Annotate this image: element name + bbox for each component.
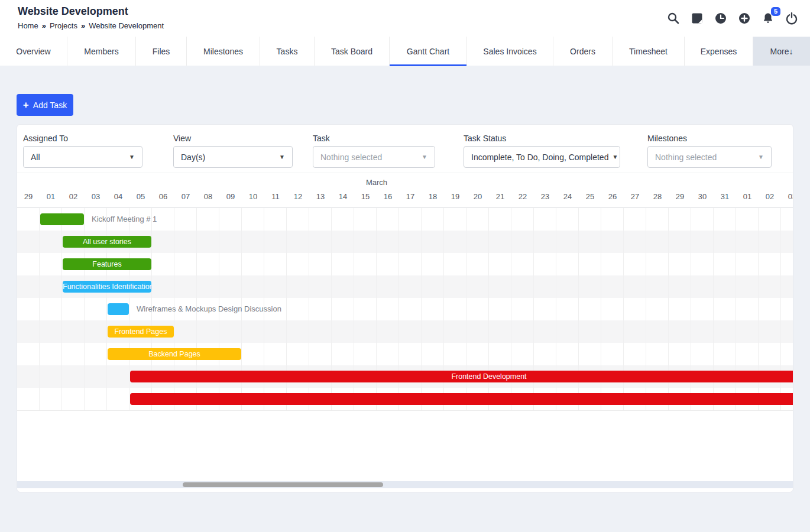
day-label: 25 (579, 190, 601, 208)
assigned-to-dropdown[interactable]: All▼ (23, 146, 142, 168)
bar-label: Kickoff Meeting # 1 (92, 208, 157, 231)
task-status-dropdown[interactable]: Incomplete, To Do, Doing, Completed▼ (464, 146, 620, 168)
add-circle-icon[interactable] (738, 12, 751, 25)
top-header: Website Development Home»Projects»Websit… (0, 0, 810, 37)
day-label: 30 (691, 190, 714, 208)
day-label: 26 (601, 190, 624, 208)
bell-icon[interactable]: 5 (762, 12, 775, 25)
scrollbar-thumb[interactable] (183, 482, 383, 487)
gantt-timeline-header: March 2901020304050607080910111213141516… (17, 173, 793, 208)
filter-label: Milestones (647, 134, 687, 143)
tab-overview[interactable]: Overview (0, 37, 67, 66)
power-icon[interactable] (785, 12, 798, 25)
day-label: 21 (489, 190, 511, 208)
day-label: 08 (197, 190, 219, 208)
gantt-row: Kickoff Meeting # 1 (17, 208, 793, 231)
gantt-row: Backend Pages (17, 343, 793, 365)
gantt-bar[interactable]: All user stories (63, 236, 151, 248)
caret-down-icon: ▼ (273, 154, 285, 160)
month-label: March (366, 178, 387, 187)
day-label: 03 (781, 190, 793, 208)
day-label: 19 (444, 190, 466, 208)
gantt-row: Functionalities Identification (17, 275, 793, 298)
view-dropdown[interactable]: Day(s)▼ (173, 146, 293, 168)
page-title: Website Development (18, 5, 128, 18)
caret-down-icon: ▼ (123, 154, 135, 160)
breadcrumb-current: Website Development (89, 21, 164, 30)
day-label: 24 (556, 190, 579, 208)
day-label: 01 (40, 190, 62, 208)
caret-down-icon: ▼ (608, 154, 618, 160)
gantt-row: All user stories (17, 231, 793, 253)
filter-label: View (173, 134, 191, 143)
breadcrumb: Home»Projects»Website Development (18, 21, 164, 30)
filter-label: Task (313, 134, 330, 143)
day-row: 2901020304050607080910111213141516171819… (17, 190, 793, 208)
day-label: 03 (85, 190, 107, 208)
breadcrumb-separator: » (42, 21, 46, 30)
tab-orders[interactable]: Orders (553, 37, 613, 66)
tab-more[interactable]: More↓ (753, 37, 810, 66)
day-label: 20 (466, 190, 489, 208)
milestones-dropdown[interactable]: Nothing selected▼ (647, 146, 772, 168)
gantt-bar[interactable] (108, 303, 129, 315)
day-label: 31 (714, 190, 736, 208)
day-label: 02 (62, 190, 85, 208)
chevron-down-icon: ↓ (789, 47, 793, 56)
day-label: 22 (511, 190, 534, 208)
gantt-card: Assigned To All▼ View Day(s)▼ Task Nothi… (17, 124, 793, 492)
gantt-row: Frontend Development (17, 365, 793, 388)
day-label: 06 (152, 190, 174, 208)
header-actions: 5 (667, 0, 798, 37)
gantt-bar[interactable] (40, 213, 84, 225)
day-label: 11 (264, 190, 287, 208)
add-task-button[interactable]: + Add Task (17, 94, 73, 116)
caret-down-icon: ▼ (416, 154, 427, 160)
caret-down-icon: ▼ (752, 154, 764, 160)
notes-icon[interactable] (691, 12, 704, 25)
day-label: 02 (759, 190, 781, 208)
tab-files[interactable]: Files (136, 37, 187, 66)
tab-milestones[interactable]: Milestones (187, 37, 260, 66)
gantt-bar[interactable]: Frontend Development (130, 371, 793, 382)
day-label: 13 (309, 190, 332, 208)
day-label: 10 (242, 190, 264, 208)
filter-label: Assigned To (23, 134, 68, 143)
search-icon[interactable] (667, 12, 680, 25)
gantt-bar[interactable]: Backend Pages (108, 348, 241, 360)
tab-sales-invoices[interactable]: Sales Invoices (467, 37, 553, 66)
gantt-row (17, 388, 793, 410)
day-label: 23 (534, 190, 556, 208)
day-label: 17 (399, 190, 422, 208)
gantt-row: Features (17, 253, 793, 275)
tab-timesheet[interactable]: Timesheet (613, 37, 685, 66)
tab-expenses[interactable]: Expenses (685, 37, 753, 66)
tab-tasks[interactable]: Tasks (260, 37, 315, 66)
day-label: 14 (332, 190, 354, 208)
day-label: 27 (624, 190, 646, 208)
gantt-bar[interactable]: Frontend Pages (108, 326, 174, 338)
day-label: 28 (646, 190, 669, 208)
month-row: March (17, 173, 793, 190)
bar-label: Wireframes & Mockups Design Discussion (137, 298, 281, 320)
gantt-bar[interactable]: Features (63, 258, 151, 270)
filters-row: Assigned To All▼ View Day(s)▼ Task Nothi… (17, 125, 793, 173)
notification-badge: 5 (771, 7, 780, 16)
tab-task-board[interactable]: Task Board (315, 37, 390, 66)
filter-label: Task Status (464, 134, 506, 143)
day-label: 07 (174, 190, 197, 208)
task-dropdown[interactable]: Nothing selected▼ (313, 146, 435, 168)
tab-gantt-chart[interactable]: Gantt Chart (390, 37, 467, 66)
breadcrumb-projects[interactable]: Projects (50, 21, 77, 30)
day-label: 16 (377, 190, 399, 208)
breadcrumb-home[interactable]: Home (18, 21, 38, 30)
day-label: 05 (129, 190, 152, 208)
tab-members[interactable]: Members (67, 37, 136, 66)
gantt-rows: Kickoff Meeting # 1All user storiesFeatu… (17, 208, 793, 411)
gantt-bar[interactable]: Functionalities Identification (63, 281, 151, 293)
clock-icon[interactable] (714, 12, 727, 25)
horizontal-scrollbar[interactable] (17, 481, 793, 488)
gantt-row: Frontend Pages (17, 320, 793, 343)
gantt-bar[interactable] (130, 393, 793, 405)
day-label: 29 (669, 190, 691, 208)
